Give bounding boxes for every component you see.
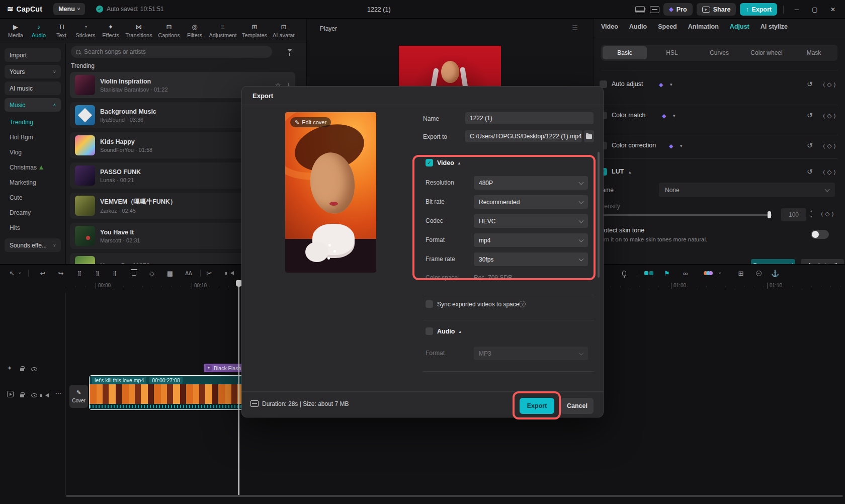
browse-folder-button[interactable] [584,130,594,142]
subtab-mask[interactable]: Mask [790,45,837,61]
sidebar-item-cute[interactable]: Cute [5,190,61,205]
search-input[interactable] [84,48,267,55]
zoom-fit-icon[interactable]: ⚓ [771,269,779,278]
next-keyframe-icon[interactable]: ⟩ [834,113,836,119]
export-path-input[interactable]: C:/Users/TOPGUS/Desktop/1222 (1).mp4 [465,130,582,142]
next-keyframe-icon[interactable]: ⟩ [832,211,834,217]
subtab-basic[interactable]: Basic [601,45,648,61]
sidebar-item-hot-bgm[interactable]: Hot Bgm [5,130,61,145]
name-input[interactable]: 1222 (1) [465,112,594,124]
delete-left-icon[interactable]: ]| [93,269,103,278]
sidebar-item-marketing[interactable]: Marketing [5,175,61,190]
audio-checkbox[interactable] [426,327,433,335]
video-checkbox[interactable]: ✓ [426,159,433,166]
clip-audio-icon[interactable] [227,269,236,278]
zoom-out-icon[interactable]: − [754,269,763,278]
crop-icon[interactable]: ▦ [166,269,174,278]
step-up-icon[interactable]: ▴ [810,208,812,214]
player-menu-icon[interactable]: ☰ [572,24,578,32]
step-down-icon[interactable]: ▾ [810,214,812,219]
prev-keyframe-icon[interactable]: ⟨ [823,143,825,149]
redo-icon[interactable]: ↪ [56,269,65,278]
reset-icon[interactable]: ↺ [807,167,813,176]
sidebar-item-music[interactable]: Music ˄ [5,98,61,112]
color-adjust-icon[interactable] [703,269,713,278]
titlebar-export-button[interactable]: ↑ Export [740,3,777,16]
minimize-button[interactable]: ─ [790,6,804,13]
more-options-icon[interactable]: ⋯ [55,390,61,397]
pro-button[interactable]: ◆ Pro [663,3,692,16]
delete-right-icon[interactable]: |[ [110,269,120,278]
tab-ai-stylize[interactable]: AI stylize [760,23,788,30]
tab-filters[interactable]: ◎ Filters [183,23,206,38]
link-icon[interactable]: ∞ [682,269,690,278]
lock-icon[interactable] [20,366,24,373]
collapse-icon[interactable]: ▴ [459,329,461,334]
eye-icon[interactable] [31,392,37,399]
bitrate-select[interactable]: Recommended [474,195,588,209]
subtab-curves[interactable]: Curves [696,45,743,61]
sidebar-item-ai-music[interactable]: AI music [5,81,61,95]
framerate-select[interactable]: 30fps [474,253,588,266]
sidebar-item-sound-effects[interactable]: Sounds effe... ˅ [5,238,61,252]
tab-audio[interactable]: ♪ Audio [27,23,50,38]
mic-icon[interactable] [620,269,628,278]
reset-icon[interactable]: ↺ [807,111,813,119]
search-box[interactable] [71,46,272,58]
tab-ai-avatar[interactable]: ⊡ AI avatar [270,23,298,38]
mirror-icon[interactable]: ΔΔ [183,269,194,278]
add-keyframe-icon[interactable]: ◇ [825,210,829,217]
add-keyframe-icon[interactable]: ◇ [827,112,831,119]
dialog-scrollbar[interactable] [598,152,600,278]
sidebar-item-yours[interactable]: Yours ˅ [5,65,61,78]
undo-icon[interactable]: ↩ [38,269,47,278]
share-button[interactable]: ▹ Share [697,3,736,16]
layout-toggle-button[interactable]: ˅ [635,6,646,13]
tab-templates[interactable]: ⊞ Templates [239,23,270,38]
timeline-scrollbar[interactable] [66,495,843,497]
tab-video[interactable]: Video [601,23,618,30]
speaker-icon[interactable] [45,392,49,399]
sidebar-item-import[interactable]: Import [5,48,61,62]
tab-effects[interactable]: ✦ Effects [99,23,123,38]
add-keyframe-icon[interactable]: ◇ [827,81,831,88]
prev-keyframe-icon[interactable]: ⟨ [823,169,825,176]
prev-keyframe-icon[interactable]: ⟨ [821,211,823,217]
tab-animation[interactable]: Animation [688,23,719,30]
tab-media[interactable]: ▶ Media [4,23,27,38]
delete-icon[interactable] [130,269,138,278]
eye-icon[interactable] [31,366,37,373]
intensity-stepper[interactable]: ▴ ▾ [810,208,812,219]
split-icon[interactable]: ][ [74,269,84,278]
next-keyframe-icon[interactable]: ⟩ [834,169,836,176]
protect-skin-tone-toggle[interactable] [811,230,829,239]
tab-adjust[interactable]: Adjust [730,23,749,30]
tab-captions[interactable]: ⊟ Captions [155,23,183,38]
resolution-select[interactable]: 480P [474,176,588,190]
collapse-icon[interactable]: ▴ [458,160,461,165]
reset-icon[interactable]: ↺ [807,80,813,88]
maximize-button[interactable]: ▢ [808,6,822,13]
add-keyframe-icon[interactable]: ◇ [827,169,831,176]
auto-ripple-icon[interactable] [644,269,653,278]
cancel-button[interactable]: Cancel [561,398,594,414]
select-tool-icon[interactable]: ↖ [8,269,16,278]
lut-name-select[interactable]: None [659,183,835,197]
tab-audio-panel[interactable]: Audio [629,23,647,30]
tab-text[interactable]: TI Text [50,23,72,38]
tab-adjustment[interactable]: ≡ Adjustment [206,23,239,38]
mask-icon[interactable]: ◇ [148,269,156,278]
codec-select[interactable]: HEVC [474,214,588,228]
sidebar-item-christmas[interactable]: Christmas [5,160,61,175]
split-captions-icon[interactable]: ✂ [205,269,213,278]
tab-stickers[interactable]: ◔ Stickers [72,23,99,38]
format-select[interactable]: mp4 [474,233,588,247]
intensity-slider-handle[interactable] [768,211,771,218]
next-keyframe-icon[interactable]: ⟩ [834,143,836,149]
menu-button[interactable]: Menu ˅ [53,3,85,15]
add-to-track-icon[interactable]: ⊞ [737,269,745,278]
cover-button[interactable]: ✎ Cover [69,385,88,408]
beat-marker-icon[interactable]: ⚑ [663,269,671,278]
reset-icon[interactable]: ↺ [807,141,813,149]
intensity-slider[interactable] [604,214,772,216]
